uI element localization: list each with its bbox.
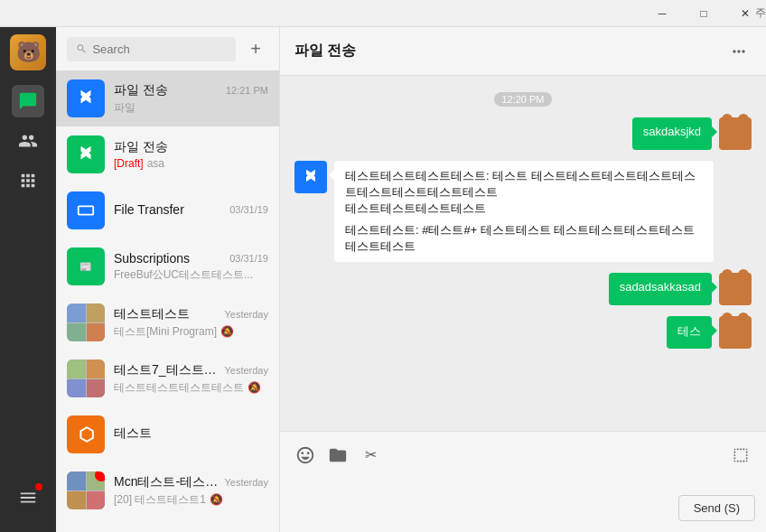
chat-name: Subscriptions: [114, 251, 190, 266]
message-bubble: sakdaksjkd: [632, 117, 712, 150]
header-actions: [726, 39, 752, 64]
send-button[interactable]: Send (S): [678, 495, 755, 521]
chat-name: 테스트테스트: [114, 306, 190, 322]
mute-icon: 🔕: [248, 381, 261, 394]
chat-item[interactable]: Mcn테스트-테스트테스트 Yesterday [20] 테스트테스트1 🔕: [56, 462, 279, 518]
notification-dot: [35, 483, 42, 490]
message-row-sent: 테스: [294, 316, 752, 349]
avatar: [294, 161, 327, 193]
message-bubble: sadadsakkasad: [609, 273, 712, 305]
avatar: [67, 303, 105, 341]
chat-header: 파일 전송: [280, 27, 766, 76]
add-chat-button[interactable]: +: [243, 36, 268, 61]
chat-item-content: File Transfer 03/31/19: [114, 202, 268, 219]
avatar: [719, 117, 752, 150]
chat-item[interactable]: 파일 전송 [Draft] asa: [56, 126, 279, 182]
chat-item-content: 파일 전송 [Draft] asa: [114, 139, 268, 170]
sidebar-item-chat[interactable]: [12, 85, 44, 117]
sidebar-item-menu[interactable]: [12, 481, 44, 514]
message-bubble: 테스: [667, 316, 712, 349]
chat-name: 파일 전송: [114, 82, 168, 98]
chat-preview: 테스트[Mini Program] 🔕: [114, 324, 268, 340]
sidebar-bottom: [12, 481, 44, 521]
draft-label: [Draft]: [114, 157, 144, 170]
avatar: [67, 471, 105, 509]
expand-button[interactable]: [726, 441, 755, 470]
message-row-received: 테스트테스트테스트테스트: 테스트 테스트테스트테스트테스트테스트테스트테스트테…: [294, 161, 752, 262]
chat-item-content: 테스트7_테스트테스트 Yesterday 테스트테스트테스트테스트 🔕: [114, 362, 268, 396]
chat-toolbar: ✂: [280, 431, 766, 478]
avatar: [719, 273, 752, 305]
app-logo: 🐻: [10, 34, 46, 70]
chat-item[interactable]: 테스트테스트 Yesterday 테스트[Mini Program] 🔕: [56, 294, 279, 350]
chat-item-content: 테스트: [114, 425, 268, 443]
chat-time: 03/31/19: [229, 204, 268, 215]
preview-text: 테스트[Mini Program]: [114, 324, 217, 340]
time-divider: 12:20 PM: [294, 90, 752, 107]
chat-list: 파일 전송 12:21 PM 파일 파일 전송 [Draft]: [56, 70, 279, 532]
chat-name: File Transfer: [114, 202, 184, 217]
chat-name: 테스트7_테스트테스트: [114, 362, 224, 378]
avatar: [719, 316, 752, 349]
chat-preview: FreeBuf公UC테스트테스트...: [114, 267, 268, 283]
chat-name: 파일 전송: [114, 139, 168, 155]
sidebar: 🐻: [0, 27, 56, 532]
chat-item-content: Subscriptions 03/31/19 FreeBuf公UC테스트테스트.…: [114, 251, 268, 283]
window-top-bar: 주 ─ □ ✕: [0, 0, 766, 27]
preview-text: 테스트테스트테스트테스트: [114, 380, 244, 396]
chat-item-content: 테스트테스트 Yesterday 테스트[Mini Program] 🔕: [114, 306, 268, 340]
chat-item[interactable]: 테스트7_테스트테스트 Yesterday 테스트테스트테스트테스트 🔕: [56, 350, 279, 406]
chat-preview: [20] 테스트테스트1 🔕: [114, 492, 268, 508]
chat-name: 테스트: [114, 425, 152, 442]
chat-item[interactable]: 파일 전송 12:21 PM 파일: [56, 70, 279, 126]
search-icon: [76, 42, 87, 55]
chat-time: Yesterday: [224, 477, 268, 488]
chat-time: 12:21 PM: [226, 85, 268, 96]
message-row-sent: sadadsakkasad: [294, 273, 752, 305]
chat-messages: 12:20 PM sakdaksjkd 테스트테스트테스트테스트: 테스트 테스…: [280, 76, 766, 431]
search-input[interactable]: [92, 42, 227, 56]
avatar: [67, 359, 105, 397]
search-bar[interactable]: [67, 37, 236, 61]
scissors-button[interactable]: ✂: [356, 441, 385, 470]
avatar: ⬡: [67, 415, 105, 453]
chat-main: 파일 전송 12:20 PM sakdaksjkd: [280, 27, 766, 532]
chat-item-content: Mcn테스트-테스트테스트 Yesterday [20] 테스트테스트1 🔕: [114, 474, 268, 508]
add-icon: +: [250, 39, 261, 60]
chat-input-area: Send (S): [280, 478, 766, 532]
sidebar-item-apps[interactable]: [12, 164, 44, 197]
chat-preview: 파일: [114, 100, 268, 116]
chat-name: Mcn테스트-테스트테스트: [114, 474, 224, 490]
chat-list-header: +: [56, 27, 279, 70]
folder-button[interactable]: [323, 441, 352, 470]
avatar: [67, 135, 105, 173]
chat-time: Yesterday: [224, 309, 268, 320]
chat-item[interactable]: 📰 Subscriptions 03/31/19 FreeBuf公UC테스트테스…: [56, 238, 279, 294]
avatar: [67, 79, 105, 117]
chat-item[interactable]: ⬡ 테스트: [56, 406, 279, 462]
time-label: 12:20 PM: [494, 92, 551, 107]
chat-item-content: 파일 전송 12:21 PM 파일: [114, 82, 268, 116]
preview-text: [20] 테스트테스트1: [114, 492, 206, 508]
emoji-button[interactable]: [291, 441, 320, 470]
more-options-button[interactable]: [726, 39, 752, 64]
chat-time: 03/31/19: [229, 253, 268, 264]
chat-preview: [Draft] asa: [114, 157, 268, 170]
message-row-sent: sakdaksjkd: [294, 117, 752, 150]
chat-preview: 테스트테스트테스트테스트 🔕: [114, 380, 268, 396]
sidebar-item-contacts[interactable]: [12, 125, 44, 157]
chat-title: 파일 전송: [294, 42, 356, 61]
close-button[interactable]: ✕: [724, 0, 766, 27]
chat-list-panel: + 파일 전송 12:21 PM 파일: [56, 27, 280, 532]
mute-icon: 🔕: [220, 325, 234, 338]
maximize-button[interactable]: □: [683, 0, 724, 27]
mute-icon: 🔕: [210, 493, 223, 506]
chat-item[interactable]: File Transfer 03/31/19: [56, 182, 279, 238]
unread-badge: [95, 471, 105, 481]
avatar: [67, 191, 105, 229]
chat-time: Yesterday: [224, 365, 268, 376]
avatar: 📰: [67, 247, 105, 285]
message-bubble: 테스트테스트테스트테스트: 테스트 테스트테스트테스트테스트테스트테스트테스트테…: [334, 161, 714, 262]
minimize-button[interactable]: ─: [641, 0, 683, 27]
preview-text: asa: [147, 157, 164, 170]
